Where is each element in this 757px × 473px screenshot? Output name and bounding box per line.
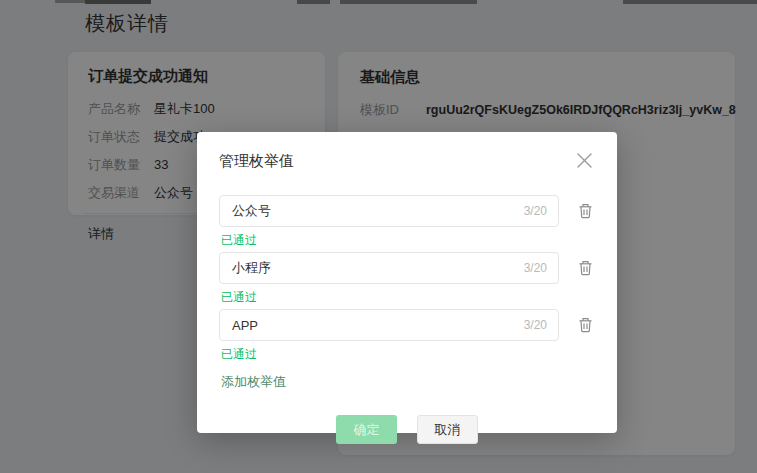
enum-value-input[interactable] [219,252,559,284]
enum-value-input[interactable] [219,195,559,227]
enum-value-row: 3/20 [219,195,595,227]
status-approved-link[interactable]: 已通过 [221,232,257,249]
enum-value-row: 3/20 [219,252,595,284]
delete-icon[interactable] [576,201,595,221]
close-icon[interactable] [574,150,595,171]
dialog-title: 管理枚举值 [219,150,294,171]
status-approved-link[interactable]: 已通过 [221,289,257,306]
status-approved-link[interactable]: 已通过 [221,346,257,363]
char-counter: 3/20 [524,261,547,275]
add-enum-value-link[interactable]: 添加枚举值 [221,373,286,391]
cancel-button[interactable]: 取消 [417,415,478,444]
char-counter: 3/20 [524,204,547,218]
manage-enum-values-dialog: 管理枚举值 3/20 已通过 3/20 [197,132,617,433]
delete-icon[interactable] [576,258,595,278]
confirm-button[interactable]: 确定 [336,415,397,444]
char-counter: 3/20 [524,318,547,332]
enum-value-row: 3/20 [219,309,595,341]
enum-value-input[interactable] [219,309,559,341]
delete-icon[interactable] [576,315,595,335]
